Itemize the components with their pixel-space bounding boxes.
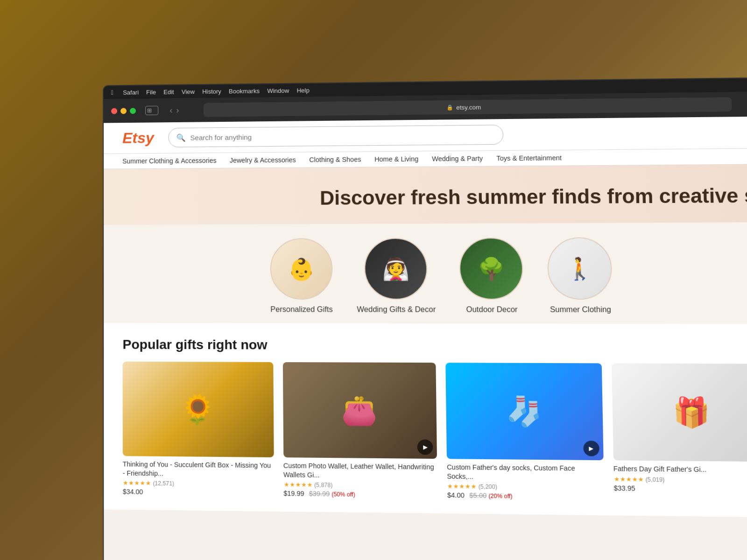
menu-items: Safari File Edit View History Bookmarks … [123, 87, 310, 96]
nav-home-living[interactable]: Home & Living [374, 155, 418, 163]
search-input[interactable] [190, 131, 495, 141]
menu-file[interactable]: File [146, 89, 156, 96]
product-price-1: $34.00 [123, 488, 274, 497]
category-outdoor[interactable]: 🌳 Outdoor Decor [459, 238, 524, 314]
play-button-2[interactable]: ▶ [417, 440, 433, 455]
product-reviews-4: (5,019) [645, 476, 664, 483]
product-image-4: 🎁 [612, 364, 747, 462]
product-card-1[interactable]: 🌻 Thinking of You - Succulent Gift Box -… [123, 362, 274, 497]
nav-summer-clothing[interactable]: Summer Clothing & Accessories [122, 157, 216, 165]
category-label-wedding: Wedding Gifts & Decor [357, 306, 436, 314]
product-price-2: $19.99 $39.99 (50% off) [283, 490, 437, 499]
popular-section-title: Popular gifts right now [123, 337, 747, 354]
products-grid: 🌻 Thinking of You - Succulent Gift Box -… [123, 362, 747, 502]
product-3-image-content: 🧦 [505, 394, 543, 429]
category-label-summer: Summer Clothing [550, 306, 611, 315]
apple-logo:  [111, 89, 113, 96]
product-title-1: Thinking of You - Succulent Gift Box - M… [123, 460, 274, 479]
product-price-original-2: $39.99 [309, 490, 330, 497]
product-stars-1: ★★★★★ (12,571) [123, 479, 274, 488]
play-button-3[interactable]: ▶ [583, 441, 599, 457]
nav-wedding[interactable]: Wedding & Party [432, 154, 483, 162]
menu-view[interactable]: View [182, 88, 195, 95]
category-circle-personalized: 👶 [270, 238, 332, 300]
forward-button[interactable]: › [176, 105, 179, 115]
etsy-logo[interactable]: Etsy [122, 129, 154, 147]
menu-bookmarks[interactable]: Bookmarks [229, 87, 260, 95]
close-button[interactable] [111, 108, 117, 114]
minimize-button[interactable] [120, 108, 127, 114]
product-card-2[interactable]: 👛 ▶ Custom Photo Wallet, Leather Wallet,… [282, 362, 437, 498]
traffic-lights [111, 108, 136, 114]
product-reviews-1: (12,571) [153, 480, 174, 487]
categories-grid: 👶 Personalized Gifts 👰 Wedding Gifts & D… [122, 237, 747, 315]
category-wedding[interactable]: 👰 Wedding Gifts & Decor [356, 238, 436, 314]
sidebar-toggle[interactable]: ⊞ [145, 106, 158, 115]
product-image-2: 👛 ▶ [282, 362, 437, 459]
search-bar[interactable]: 🔍 [168, 125, 503, 147]
category-circle-summer: 🚶 [547, 238, 613, 300]
product-reviews-3: (5,200) [479, 483, 497, 490]
product-price-4: $33.95 [614, 484, 747, 493]
lock-icon: 🔒 [446, 104, 453, 110]
product-stars-2: ★★★★★ (5,878) [283, 481, 437, 490]
product-reviews-2: (5,878) [314, 482, 333, 489]
product-discount-2: (50% off) [331, 491, 355, 498]
address-bar[interactable]: 🔒 etsy.com [204, 97, 732, 117]
product-4-image-content: 🎁 [672, 395, 711, 430]
menu-help[interactable]: Help [296, 87, 309, 94]
product-card-3[interactable]: 🧦 ▶ Custom Father's day socks, Custom Fa… [445, 363, 604, 501]
product-title-3: Custom Father's day socks, Custom Face S… [447, 463, 604, 482]
categories-section: 👶 Personalized Gifts 👰 Wedding Gifts & D… [104, 222, 747, 324]
nav-toys[interactable]: Toys & Entertainment [496, 154, 562, 162]
product-stars-3: ★★★★★ (5,200) [447, 483, 604, 491]
category-personalized[interactable]: 👶 Personalized Gifts [270, 238, 333, 314]
hero-banner: Discover fresh summer finds from creativ… [104, 164, 747, 225]
menu-edit[interactable]: Edit [163, 88, 174, 95]
url-display: etsy.com [456, 104, 481, 111]
product-2-image-content: 👛 [341, 393, 378, 427]
nav-jewelry[interactable]: Jewelry & Accessories [230, 156, 296, 164]
fullscreen-button[interactable] [130, 108, 136, 114]
etsy-header: Etsy 🔍 [104, 116, 747, 154]
product-card-4[interactable]: 🎁 Fathers Day Gift Father's Gi... ★★★★★ … [612, 364, 747, 503]
category-circle-outdoor: 🌳 [459, 238, 523, 300]
product-1-image-content: 🌻 [180, 392, 216, 427]
search-icon: 🔍 [176, 133, 185, 142]
category-label-personalized: Personalized Gifts [270, 306, 333, 314]
product-price-3: $4.00 $5.00 (20% off) [447, 491, 604, 500]
browser-content: Etsy 🔍 Summer Clothing & Accessories Jew… [104, 116, 747, 560]
menu-window[interactable]: Window [267, 87, 289, 94]
product-title-2: Custom Photo Wallet, Leather Wallet, Han… [283, 462, 437, 481]
category-label-outdoor: Outdoor Decor [466, 306, 517, 315]
category-circle-wedding: 👰 [364, 238, 428, 300]
category-summer[interactable]: 🚶 Summer Clothing [547, 238, 613, 315]
product-image-3: 🧦 ▶ [445, 363, 603, 461]
product-price-original-3: $5.00 [469, 491, 486, 499]
menu-history[interactable]: History [202, 88, 221, 95]
product-stars-4: ★★★★★ (5,019) [613, 475, 747, 484]
product-discount-3: (20% off) [488, 492, 512, 499]
nav-arrows: ‹ › [169, 105, 179, 115]
hero-title: Discover fresh summer finds from creativ… [132, 184, 747, 211]
back-button[interactable]: ‹ [169, 105, 172, 115]
nav-clothing-shoes[interactable]: Clothing & Shoes [309, 155, 361, 163]
product-title-4: Fathers Day Gift Father's Gi... [613, 464, 747, 475]
popular-section: Popular gifts right now 🌻 Thinking of Yo… [104, 323, 747, 518]
menu-safari[interactable]: Safari [123, 89, 139, 96]
product-image-1: 🌻 [123, 362, 274, 457]
